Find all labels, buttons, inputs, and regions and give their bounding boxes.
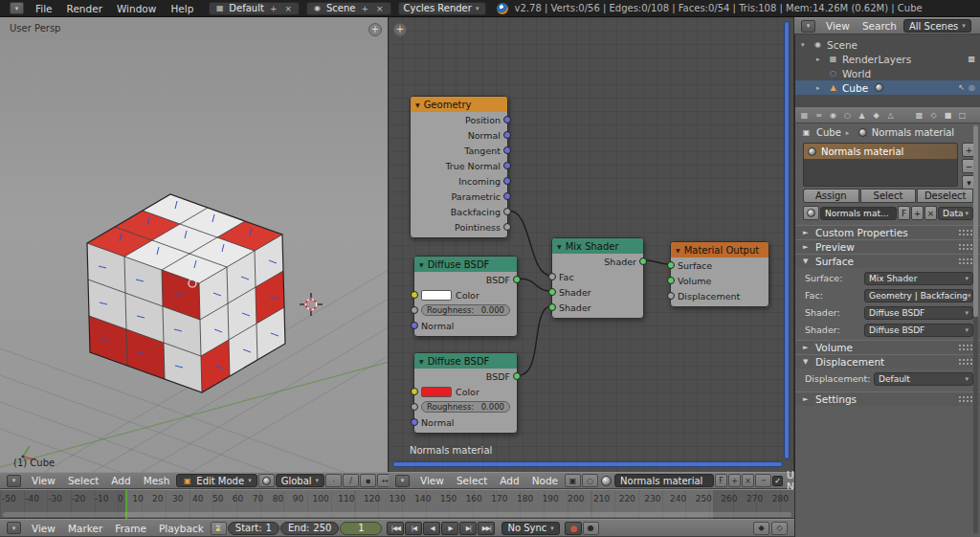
roughness-slider[interactable]: Roughness: 0.000 (421, 304, 510, 316)
panel-grip-icon[interactable] (958, 229, 973, 236)
timeline-editor-type-icon[interactable]: ▾ (7, 522, 21, 534)
timeline-menu-item[interactable]: Playback (153, 520, 210, 536)
panel-custom-properties[interactable]: ► Custom Properties (795, 225, 980, 239)
panel-collapse-icon[interactable]: ▼ (803, 358, 811, 366)
property-dropdown[interactable]: Diffuse BSDF ▾ (864, 306, 973, 320)
output-socket[interactable] (503, 208, 511, 215)
end-frame-field[interactable]: End: 250 (280, 522, 339, 535)
viewport-shading-selector[interactable] (258, 474, 275, 487)
properties-tab[interactable]: ◉ (826, 108, 840, 123)
add-layout-button[interactable]: + (268, 4, 279, 13)
outliner-menu-item[interactable]: Search (857, 18, 902, 34)
render-restrict-icon[interactable]: ◎ (969, 83, 975, 92)
unlink-material-button[interactable]: × (924, 206, 937, 220)
property-dropdown[interactable]: Mix Shader ▾ (864, 272, 973, 285)
viewport-menu-item[interactable]: Mesh (138, 473, 176, 488)
timeline-menu-item[interactable]: Frame (109, 520, 152, 536)
input-socket[interactable] (548, 273, 556, 280)
fake-user-button[interactable]: F (898, 206, 910, 220)
browse-material-button[interactable] (803, 206, 819, 220)
node-editor-hscrollbar[interactable] (392, 461, 783, 467)
outliner-editor-type-icon[interactable]: ▾ (801, 20, 815, 33)
output-socket[interactable] (503, 223, 511, 231)
material-action-button[interactable]: Assign (803, 189, 859, 203)
collapse-icon[interactable]: ▼ (557, 243, 562, 250)
panel-collapse-icon[interactable]: ► (803, 229, 811, 236)
node-menu-item[interactable]: Node (526, 473, 564, 488)
panel-surface[interactable]: ▼ Surface (795, 254, 980, 268)
property-dropdown[interactable]: Geometry | Backfacing ▾ (864, 289, 973, 302)
viewport-menu-item[interactable]: View (26, 473, 61, 488)
input-socket[interactable] (667, 292, 675, 300)
input-socket[interactable] (411, 322, 418, 329)
snap-icon[interactable]: ⌢ (755, 474, 771, 487)
expander-icon[interactable]: ▸ (816, 56, 824, 63)
properties-editor[interactable]: ▣ Cube ▸ Normals material Normals materi… (794, 123, 980, 537)
top-menu-item[interactable]: Render (60, 0, 109, 16)
outliner-menu-item[interactable]: View (820, 18, 856, 34)
output-socket[interactable] (503, 146, 511, 154)
start-frame-field[interactable]: Start: 1 (228, 522, 279, 535)
viewport-menu-item[interactable]: Select (62, 473, 104, 488)
material-action-button[interactable]: Select (860, 189, 917, 203)
panel-collapse-icon[interactable]: ► (803, 344, 811, 351)
edge-select-icon[interactable]: / (343, 474, 359, 487)
panel-grip-icon[interactable] (958, 344, 973, 351)
info-editor-type-icon[interactable]: ▾ (10, 2, 24, 14)
node-menu-item[interactable]: Select (451, 473, 493, 488)
transport-button[interactable]: ▶| (459, 522, 477, 535)
output-socket[interactable] (503, 116, 511, 123)
viewport-editor-type-icon[interactable]: ▾ (7, 475, 21, 487)
properties-tab[interactable]: ≡ (812, 108, 826, 123)
panel-displacement[interactable]: ▼ Displacement (795, 354, 980, 369)
outliner-item-scene[interactable]: ▾ ◉ Scene (795, 37, 980, 52)
timeline-menu-item[interactable]: Marker (62, 520, 108, 536)
keyframe-insert-icon[interactable]: ◇ (771, 522, 788, 535)
properties-tab[interactable] (898, 108, 912, 123)
properties-tab[interactable]: ▲ (855, 108, 869, 123)
close-layout-button[interactable]: × (282, 4, 294, 13)
properties-tab[interactable]: ■ (941, 108, 955, 123)
property-dropdown[interactable]: Default ▾ (874, 372, 973, 386)
face-select-icon[interactable]: ▪ (360, 474, 376, 487)
expander-icon[interactable]: ▸ (816, 84, 824, 92)
properties-tab[interactable]: ▦ (797, 108, 812, 123)
panel-grip-icon[interactable] (958, 257, 973, 265)
auto-keyframe-icon[interactable]: ● (583, 522, 599, 535)
preview-range-icon[interactable]: ⌛ (211, 522, 227, 535)
material-name-field[interactable]: Normals material (614, 474, 714, 487)
collapse-icon[interactable]: ▼ (419, 358, 424, 365)
input-socket[interactable] (667, 277, 675, 284)
new-material-button[interactable]: + (911, 206, 924, 220)
unlink-material-button[interactable]: × (742, 474, 754, 487)
toolshelf-expand-icon[interactable]: + (368, 23, 382, 36)
sync-mode-dropdown[interactable]: No Sync ▾ (501, 522, 559, 535)
scene-selector[interactable]: ◉ Scene + × (306, 2, 391, 15)
panel-collapse-icon[interactable]: ► (803, 243, 811, 251)
input-socket[interactable] (411, 418, 418, 426)
add-scene-button[interactable]: + (359, 4, 370, 13)
data-mode-dropdown[interactable]: Data ▾ (938, 207, 973, 220)
roughness-slider[interactable]: Roughness: 0.000 (421, 401, 510, 413)
node-editor[interactable]: + ▼ Geometry Position Normal Tangent Tru… (389, 17, 794, 472)
output-socket[interactable] (513, 372, 521, 380)
transport-button[interactable]: ◀ (423, 522, 440, 535)
timeline-scrollbar[interactable] (3, 512, 791, 517)
cursor-select-icon[interactable]: ↖ (958, 83, 965, 92)
3d-viewport[interactable]: User Persp (1) Cube + (0, 17, 389, 472)
panel-volume[interactable]: ► Volume (795, 340, 980, 354)
outliner-item-cube[interactable]: ▸ ▲ Cube ↖ ◎ (795, 80, 980, 95)
properties-scrollbar[interactable] (973, 125, 978, 533)
properties-tab[interactable]: ▩ (912, 108, 926, 123)
material-datablock-name[interactable]: Normals mat... (820, 207, 897, 220)
collapse-icon[interactable]: ▼ (415, 101, 420, 108)
transform-orientation-selector[interactable]: Global ▾ (276, 474, 324, 487)
top-menu-item[interactable]: Help (164, 0, 200, 16)
timeline-ruler[interactable]: -50-40-30-20-100102030405060708090100110… (0, 489, 794, 519)
material-slot-row[interactable]: Normals material (804, 144, 957, 159)
collapse-icon[interactable]: ▼ (676, 247, 680, 254)
panel-collapse-icon[interactable]: ▼ (803, 257, 811, 265)
viewport-menu-item[interactable]: Add (105, 473, 136, 488)
expander-icon[interactable]: ▾ (801, 41, 809, 49)
fake-user-button[interactable]: F (715, 474, 727, 487)
